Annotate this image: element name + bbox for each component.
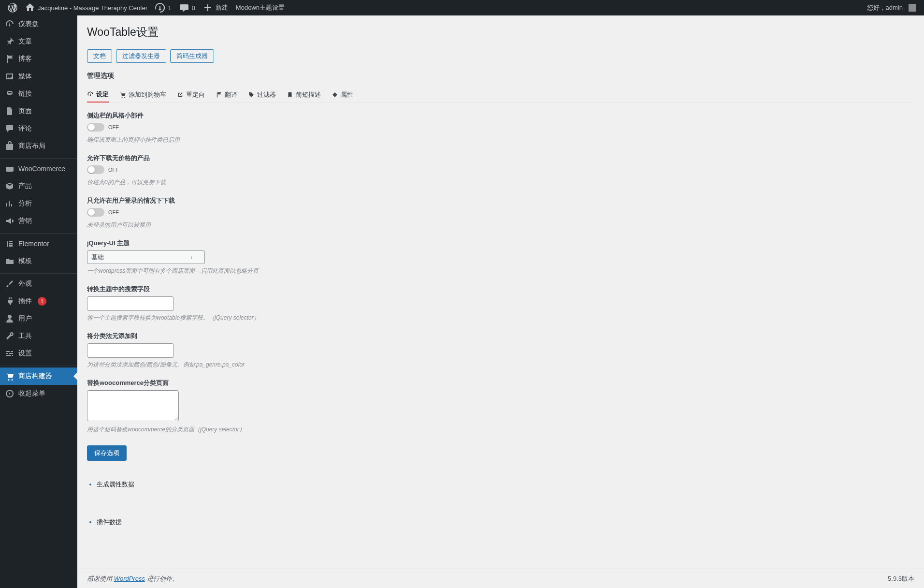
field-jquery-theme: jQuery-UI 主题 基础 ↓ 一个wordpress页面中可能有多个商店页… [87, 239, 396, 275]
tab-settings[interactable]: 设定 [87, 87, 109, 103]
tab-label: 简短描述 [296, 90, 321, 99]
sidebar-item-marketing[interactable]: 营销 [0, 212, 77, 230]
main-content: WooTable设置 文档 过滤器发生器 简码生成器 管理选项 设定添加到购物车… [77, 15, 924, 585]
account-link[interactable]: 您好，admin [863, 0, 920, 15]
tab-label: 添加到购物车 [129, 90, 166, 99]
tab-cart[interactable]: 添加到购物车 [119, 87, 166, 102]
bag-icon [5, 141, 14, 151]
taxonomy-meta-input[interactable] [87, 343, 174, 358]
sidebar-item-label: 模板 [18, 257, 32, 265]
tab-filter[interactable]: 过滤器 [248, 87, 276, 102]
toggle-track [87, 208, 104, 217]
new-content-link[interactable]: 新建 [199, 0, 232, 15]
comments-link[interactable]: 0 [175, 0, 199, 15]
plugin-data-link[interactable]: 插件数据 [97, 518, 914, 527]
sidebar-item-blog[interactable]: 博客 [0, 50, 77, 68]
woo-icon [5, 164, 14, 174]
search-selector-input[interactable] [87, 296, 174, 311]
sidebar-item-tools[interactable]: 工具 [0, 327, 77, 345]
tab-label: 翻译 [225, 90, 237, 99]
sidebar-item-label: 收起菜单 [18, 389, 45, 398]
field-desc: 将一个主题搜索字段转换为wootable搜索字段。（jQuery selecto… [87, 314, 396, 322]
sidebar-item-plugins[interactable]: 插件1 [0, 293, 77, 310]
comments-count: 0 [192, 4, 195, 12]
generate-attribute-data-link[interactable]: 生成属性数据 [97, 480, 914, 489]
toggle-login-only-download[interactable]: OFF [87, 208, 119, 217]
link-icon [5, 89, 14, 99]
tab-attr[interactable]: 属性 [332, 87, 353, 102]
tab-label: 重定向 [186, 90, 205, 99]
tab-label: 设定 [96, 90, 109, 99]
chevron-down-icon: ↓ [190, 255, 193, 260]
sidebar-item-posts[interactable]: 文章 [0, 33, 77, 50]
field-desc: 为这些分类法添加颜色/颜色/图像元。例如:pa_genre,pa_color [87, 361, 396, 369]
sidebar-item-pages[interactable]: 页面 [0, 103, 77, 120]
sidebar-item-dashboard[interactable]: 仪表盘 [0, 15, 77, 33]
sidebar-item-label: 商店布局 [18, 142, 45, 150]
sidebar-item-appearance[interactable]: 外观 [0, 275, 77, 293]
save-button[interactable]: 保存选项 [87, 445, 127, 461]
tab-redirect[interactable]: 重定向 [177, 87, 205, 102]
sidebar-item-label: 媒体 [18, 72, 32, 81]
settings-tabs: 设定添加到购物车重定向翻译过滤器简短描述属性 [87, 87, 914, 103]
sidebar-item-products[interactable]: 产品 [0, 177, 77, 195]
theme-settings-label: Modown主题设置 [236, 3, 285, 12]
field-label: 侧边栏的风格小部件 [87, 111, 396, 120]
sidebar-item-elementor[interactable]: Elementor [0, 235, 77, 252]
sidebar-item-label: 插件 [18, 297, 32, 306]
sidebar-item-label: 商店构建器 [18, 372, 52, 381]
sidebar-item-settings[interactable]: 设置 [0, 345, 77, 362]
replace-taxonomy-textarea[interactable] [87, 390, 179, 421]
avatar [909, 4, 916, 12]
comment-icon [179, 3, 189, 13]
jquery-theme-select[interactable]: 基础 ↓ [87, 250, 205, 264]
section-title: 管理选项 [87, 72, 914, 80]
sidebar-item-links[interactable]: 链接 [0, 85, 77, 103]
theme-settings-link[interactable]: Modown主题设置 [232, 0, 289, 15]
toggle-track [87, 123, 104, 132]
tab-translate[interactable]: 翻译 [216, 87, 237, 102]
sidebar-item-label: 分析 [18, 199, 32, 208]
field-label: 替换woocommerce分类页面 [87, 379, 396, 387]
field-desc: 一个wordpress页面中可能有多个商店页面—启用此页面以忽略分页 [87, 267, 396, 275]
sidebar-item-label: Elementor [18, 240, 49, 248]
sidebar-item-templates[interactable]: 模板 [0, 252, 77, 270]
field-desc: 价格为0的产品，可以免费下载 [87, 178, 396, 187]
wordpress-link[interactable]: WordPress [114, 575, 145, 582]
sidebar-item-users[interactable]: 用户 [0, 310, 77, 327]
admin-sidebar: 仪表盘文章博客媒体链接页面评论商店布局WooCommerce产品分析营销Elem… [0, 15, 77, 585]
pin-icon [5, 37, 14, 46]
docs-button[interactable]: 文档 [87, 49, 112, 63]
field-search-selector: 转换主题中的搜索字段 将一个主题搜索字段转换为wootable搜索字段。（jQu… [87, 285, 396, 322]
field-label: 允许下载无价格的产品 [87, 154, 396, 162]
updates-link[interactable]: 1 [151, 0, 175, 15]
wrench-icon [5, 331, 14, 341]
site-name-link[interactable]: Jacqueline - Massage Theraphy Center [21, 0, 151, 15]
media-icon [5, 72, 14, 81]
new-content-label: 新建 [216, 3, 228, 12]
sidebar-item-collapse[interactable]: 收起菜单 [0, 385, 77, 402]
filter-generator-button[interactable]: 过滤器发生器 [116, 49, 166, 63]
shortcode-generator-button[interactable]: 简码生成器 [170, 49, 214, 63]
toggle-knob [88, 166, 95, 173]
tab-shortdesc[interactable]: 简短描述 [287, 87, 321, 102]
update-badge: 1 [38, 297, 46, 306]
sidebar-item-media[interactable]: 媒体 [0, 68, 77, 85]
sidebar-item-analytics[interactable]: 分析 [0, 195, 77, 212]
toggle-no-price-download[interactable]: OFF [87, 165, 119, 174]
sidebar-item-woocommerce[interactable]: WooCommerce [0, 160, 77, 177]
admin-toolbar: Jacqueline - Massage Theraphy Center 1 0… [0, 0, 924, 15]
toggle-sidebar-widget[interactable]: OFF [87, 123, 119, 132]
sidebar-item-comments[interactable]: 评论 [0, 120, 77, 137]
sidebar-item-shop-builder[interactable]: 商店构建器 [0, 368, 77, 385]
elementor-icon [5, 239, 14, 249]
sidebar-item-label: 仪表盘 [18, 20, 39, 29]
tab-label: 过滤器 [257, 90, 276, 99]
update-icon [155, 3, 165, 13]
sidebar-item-label: 用户 [18, 314, 32, 323]
svg-rect-0 [6, 167, 14, 172]
folder-icon [5, 256, 14, 266]
wp-logo[interactable] [4, 0, 21, 15]
sidebar-item-label: 工具 [18, 332, 32, 340]
sidebar-item-shop-layout[interactable]: 商店布局 [0, 137, 77, 155]
